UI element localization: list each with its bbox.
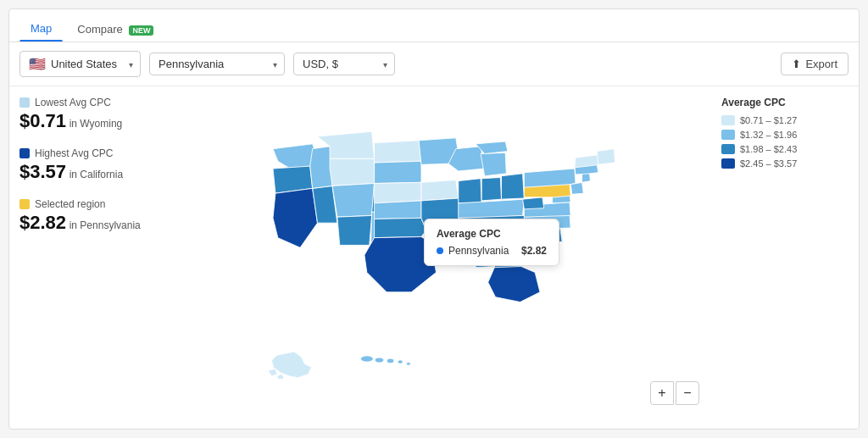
highest-cpc-stat: Highest Avg CPC $3.57 in California [19,147,181,183]
svg-point-0 [361,356,374,362]
export-icon: ⬆ [792,58,801,70]
highest-color-box [19,148,30,158]
currency-select-wrapper[interactable]: USD, $ ▾ [293,53,395,75]
export-button[interactable]: ⬆ Export [781,53,849,75]
highest-cpc-label: Highest Avg CPC [35,147,114,159]
zoom-in-button[interactable]: + [650,381,674,405]
legend-range-1: $0.71 – $1.27 [740,115,797,125]
tooltip-row: Pennsylvania $2.82 [437,245,547,257]
legend-item-4: $2.45 – $3.57 [721,158,849,169]
tab-compare[interactable]: Compare NEW [66,17,164,41]
legend-range-3: $1.98 – $2.43 [740,144,797,154]
region-select-wrapper[interactable]: Pennsylvania ▾ [149,53,285,75]
tabs-bar: Map Compare NEW [9,9,859,42]
selected-region-location: in Pennsylvania [70,219,141,231]
selected-region-stat: Selected region $2.82 in Pennsylvania [19,198,181,234]
legend-panel: Average CPC $0.71 – $1.27 $1.32 – $1.96 … [713,97,849,419]
legend-range-2: $1.32 – $1.96 [740,130,797,140]
legend-color-4 [721,158,735,169]
legend-color-2 [721,130,735,140]
legend-color-3 [721,144,735,154]
selected-region-label: Selected region [35,198,105,210]
selected-region-value: $2.82 [19,212,66,233]
tooltip-region: Pennsylvania [448,245,516,257]
legend-item-3: $1.98 – $2.43 [721,144,849,154]
lowest-cpc-label: Lowest Avg CPC [35,97,111,108]
svg-point-3 [398,360,403,363]
zoom-out-button[interactable]: − [676,381,699,405]
region-select[interactable]: Pennsylvania [159,58,275,70]
compare-new-badge: NEW [129,25,153,36]
lowest-cpc-value: $0.71 [19,110,66,131]
legend-color-1 [721,115,735,125]
legend-item-2: $1.32 – $1.96 [721,130,849,140]
legend-range-4: $2.45 – $3.57 [740,158,797,169]
country-select[interactable]: United States [51,58,131,70]
lowest-color-box [19,97,30,108]
tooltip-dot [437,247,443,254]
svg-point-4 [407,363,411,366]
tab-compare-label: Compare [77,23,122,36]
tab-map-label: Map [31,22,52,35]
currency-select[interactable]: USD, $ [303,58,386,70]
toolbar: 🇺🇸 United States ▾ Pennsylvania ▾ USD, $… [9,42,859,86]
svg-point-2 [387,358,393,363]
cpc-tooltip: Average CPC Pennsylvania $2.82 [424,219,559,266]
flag-icon: 🇺🇸 [29,56,46,72]
map-container[interactable]: Average CPC Pennsylvania $2.82 + − [189,97,713,419]
legend-title: Average CPC [721,97,849,108]
legend-item-1: $0.71 – $1.27 [721,115,849,125]
lowest-cpc-stat: Lowest Avg CPC $0.71 in Wyoming [19,97,181,132]
lowest-cpc-location: in Wyoming [70,118,123,130]
tooltip-title: Average CPC [437,228,547,240]
app-container: Map Compare NEW 🇺🇸 United States ▾ Penns… [8,8,860,430]
tab-map[interactable]: Map [19,16,63,42]
svg-point-1 [375,358,384,363]
zoom-controls: + − [650,381,699,405]
stats-panel: Lowest Avg CPC $0.71 in Wyoming Highest … [19,97,189,419]
country-select-wrapper[interactable]: 🇺🇸 United States ▾ [19,51,141,77]
main-content: Lowest Avg CPC $0.71 in Wyoming Highest … [9,86,859,429]
tooltip-value: $2.82 [521,245,547,257]
export-label: Export [805,58,837,70]
selected-color-box [19,199,30,209]
highest-cpc-location: in California [70,169,123,180]
highest-cpc-value: $3.57 [19,161,66,182]
